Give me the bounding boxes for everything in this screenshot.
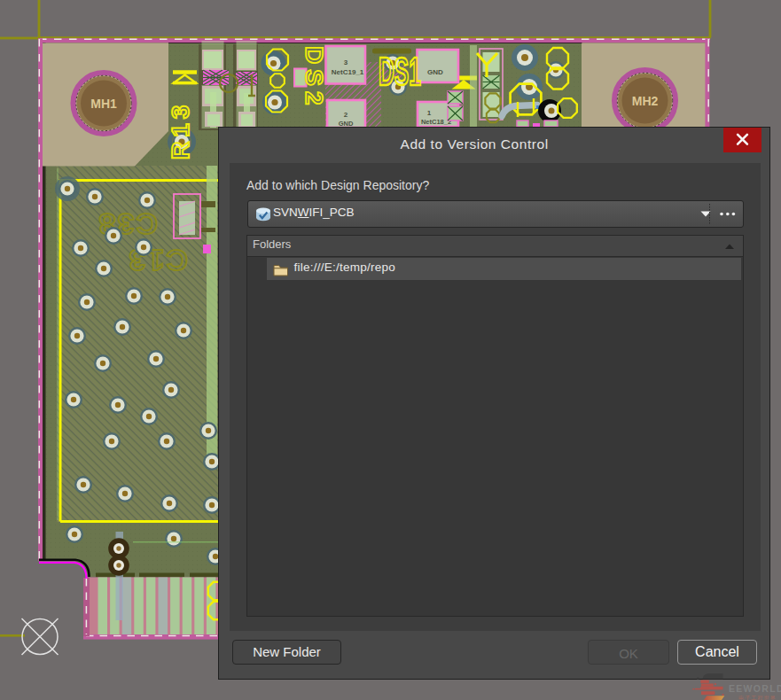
svg-text:DS1: DS1 xyxy=(379,51,421,94)
svg-text:1: 1 xyxy=(427,109,432,117)
svg-text:电子工程世界: 电子工程世界 xyxy=(738,695,777,700)
svg-text:EEWORLD: EEWORLD xyxy=(729,683,781,694)
svg-text:GND: GND xyxy=(427,68,443,76)
svg-text:MH1: MH1 xyxy=(90,97,117,111)
svg-text:DS2: DS2 xyxy=(301,46,328,110)
svg-text:MH2: MH2 xyxy=(632,94,659,108)
svg-text:3: 3 xyxy=(344,58,348,66)
svg-text:R13: R13 xyxy=(167,101,194,159)
svg-text:NetC19_1: NetC19_1 xyxy=(332,68,364,76)
svg-text:2: 2 xyxy=(344,111,348,119)
svg-text:NetC18_2: NetC18_2 xyxy=(421,118,451,126)
